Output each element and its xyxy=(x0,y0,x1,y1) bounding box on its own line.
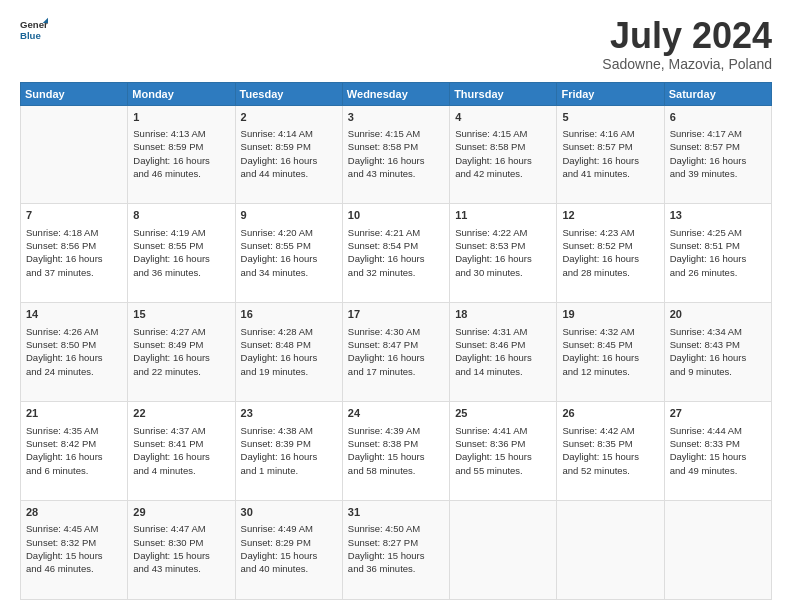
day-number: 27 xyxy=(670,406,766,421)
calendar-cell xyxy=(21,105,128,204)
day-info-line: and 4 minutes. xyxy=(133,464,229,477)
day-info-line: and 30 minutes. xyxy=(455,266,551,279)
day-info-line: Sunrise: 4:23 AM xyxy=(562,226,658,239)
day-info-line: Sunrise: 4:49 AM xyxy=(241,522,337,535)
day-info-line: Sunset: 8:46 PM xyxy=(455,338,551,351)
col-saturday: Saturday xyxy=(664,82,771,105)
day-info-line: Daylight: 15 hours xyxy=(241,549,337,562)
day-info-line: Sunrise: 4:32 AM xyxy=(562,325,658,338)
month-title: July 2024 xyxy=(602,16,772,56)
day-info-line: and 32 minutes. xyxy=(348,266,444,279)
day-info-line: Daylight: 16 hours xyxy=(133,351,229,364)
calendar-cell: 17Sunrise: 4:30 AMSunset: 8:47 PMDayligh… xyxy=(342,303,449,402)
day-info-line: and 39 minutes. xyxy=(670,167,766,180)
day-info-line: Sunrise: 4:38 AM xyxy=(241,424,337,437)
day-info-line: Sunrise: 4:34 AM xyxy=(670,325,766,338)
day-number: 7 xyxy=(26,208,122,223)
day-info-line: Sunset: 8:32 PM xyxy=(26,536,122,549)
day-info-line: Daylight: 16 hours xyxy=(348,351,444,364)
calendar-cell: 8Sunrise: 4:19 AMSunset: 8:55 PMDaylight… xyxy=(128,204,235,303)
day-number: 19 xyxy=(562,307,658,322)
day-info-line: Daylight: 16 hours xyxy=(133,154,229,167)
logo-icon: General Blue xyxy=(20,16,48,44)
day-info-line: Sunrise: 4:15 AM xyxy=(348,127,444,140)
day-info-line: Sunset: 8:55 PM xyxy=(241,239,337,252)
calendar-cell: 22Sunrise: 4:37 AMSunset: 8:41 PMDayligh… xyxy=(128,402,235,501)
day-info-line: Sunset: 8:55 PM xyxy=(133,239,229,252)
day-number: 26 xyxy=(562,406,658,421)
day-info-line: Sunset: 8:59 PM xyxy=(133,140,229,153)
day-info-line: Sunrise: 4:41 AM xyxy=(455,424,551,437)
day-info-line: Sunset: 8:39 PM xyxy=(241,437,337,450)
day-info-line: Sunset: 8:50 PM xyxy=(26,338,122,351)
day-info-line: Sunrise: 4:18 AM xyxy=(26,226,122,239)
day-info-line: Sunset: 8:56 PM xyxy=(26,239,122,252)
day-info-line: Sunset: 8:57 PM xyxy=(562,140,658,153)
day-info-line: Sunset: 8:29 PM xyxy=(241,536,337,549)
calendar-cell: 5Sunrise: 4:16 AMSunset: 8:57 PMDaylight… xyxy=(557,105,664,204)
calendar-cell: 6Sunrise: 4:17 AMSunset: 8:57 PMDaylight… xyxy=(664,105,771,204)
day-number: 3 xyxy=(348,110,444,125)
day-info-line: Sunset: 8:53 PM xyxy=(455,239,551,252)
calendar-cell: 21Sunrise: 4:35 AMSunset: 8:42 PMDayligh… xyxy=(21,402,128,501)
day-number: 31 xyxy=(348,505,444,520)
col-monday: Monday xyxy=(128,82,235,105)
svg-text:General: General xyxy=(20,19,48,30)
day-info-line: Daylight: 16 hours xyxy=(26,252,122,265)
day-info-line: Daylight: 16 hours xyxy=(562,252,658,265)
day-info-line: Sunset: 8:36 PM xyxy=(455,437,551,450)
day-info-line: Sunrise: 4:25 AM xyxy=(670,226,766,239)
day-info-line: Sunrise: 4:28 AM xyxy=(241,325,337,338)
day-info-line: Sunrise: 4:15 AM xyxy=(455,127,551,140)
day-info-line: Daylight: 16 hours xyxy=(455,154,551,167)
day-info-line: Sunset: 8:42 PM xyxy=(26,437,122,450)
day-info-line: and 19 minutes. xyxy=(241,365,337,378)
day-number: 1 xyxy=(133,110,229,125)
week-row-0: 1Sunrise: 4:13 AMSunset: 8:59 PMDaylight… xyxy=(21,105,772,204)
day-number: 24 xyxy=(348,406,444,421)
header-row: Sunday Monday Tuesday Wednesday Thursday… xyxy=(21,82,772,105)
day-number: 10 xyxy=(348,208,444,223)
day-number: 6 xyxy=(670,110,766,125)
day-info-line: Daylight: 16 hours xyxy=(241,154,337,167)
day-info-line: Sunset: 8:49 PM xyxy=(133,338,229,351)
day-info-line: Daylight: 16 hours xyxy=(562,351,658,364)
day-info-line: Sunset: 8:58 PM xyxy=(455,140,551,153)
day-number: 20 xyxy=(670,307,766,322)
svg-text:Blue: Blue xyxy=(20,30,41,41)
day-number: 21 xyxy=(26,406,122,421)
calendar-cell: 19Sunrise: 4:32 AMSunset: 8:45 PMDayligh… xyxy=(557,303,664,402)
day-info-line: Sunset: 8:43 PM xyxy=(670,338,766,351)
day-number: 22 xyxy=(133,406,229,421)
calendar-cell: 13Sunrise: 4:25 AMSunset: 8:51 PMDayligh… xyxy=(664,204,771,303)
day-number: 11 xyxy=(455,208,551,223)
day-number: 16 xyxy=(241,307,337,322)
day-info-line: Sunset: 8:54 PM xyxy=(348,239,444,252)
day-info-line: Daylight: 16 hours xyxy=(133,252,229,265)
calendar-cell: 11Sunrise: 4:22 AMSunset: 8:53 PMDayligh… xyxy=(450,204,557,303)
day-info-line: Daylight: 15 hours xyxy=(348,450,444,463)
day-info-line: Sunset: 8:51 PM xyxy=(670,239,766,252)
day-info-line: and 46 minutes. xyxy=(26,562,122,575)
day-info-line: and 55 minutes. xyxy=(455,464,551,477)
day-info-line: Daylight: 15 hours xyxy=(455,450,551,463)
day-info-line: Daylight: 16 hours xyxy=(241,351,337,364)
day-info-line: and 1 minute. xyxy=(241,464,337,477)
day-info-line: Daylight: 15 hours xyxy=(26,549,122,562)
day-number: 17 xyxy=(348,307,444,322)
calendar-cell: 7Sunrise: 4:18 AMSunset: 8:56 PMDaylight… xyxy=(21,204,128,303)
day-info-line: Sunrise: 4:30 AM xyxy=(348,325,444,338)
week-row-1: 7Sunrise: 4:18 AMSunset: 8:56 PMDaylight… xyxy=(21,204,772,303)
day-info-line: Daylight: 16 hours xyxy=(670,252,766,265)
calendar-cell: 16Sunrise: 4:28 AMSunset: 8:48 PMDayligh… xyxy=(235,303,342,402)
day-number: 5 xyxy=(562,110,658,125)
day-number: 14 xyxy=(26,307,122,322)
day-info-line: Daylight: 16 hours xyxy=(348,154,444,167)
day-info-line: and 24 minutes. xyxy=(26,365,122,378)
calendar-cell: 14Sunrise: 4:26 AMSunset: 8:50 PMDayligh… xyxy=(21,303,128,402)
col-sunday: Sunday xyxy=(21,82,128,105)
day-info-line: Daylight: 15 hours xyxy=(562,450,658,463)
day-info-line: Daylight: 16 hours xyxy=(348,252,444,265)
calendar-cell xyxy=(664,501,771,600)
calendar-cell: 2Sunrise: 4:14 AMSunset: 8:59 PMDaylight… xyxy=(235,105,342,204)
